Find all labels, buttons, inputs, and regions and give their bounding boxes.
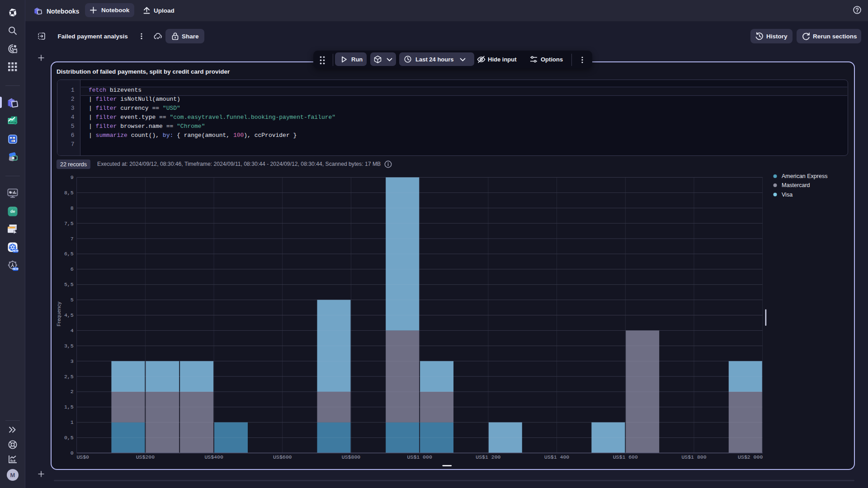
svg-text:US$600: US$600: [273, 454, 292, 460]
svg-text:4,5: 4,5: [64, 312, 74, 318]
svg-text:8,5: 8,5: [64, 190, 74, 196]
svg-text:US$1 400: US$1 400: [544, 454, 569, 460]
svg-text:7: 7: [71, 236, 74, 242]
svg-text:NEW: NEW: [13, 267, 19, 270]
svg-text:8: 8: [71, 205, 74, 211]
svg-text:6: 6: [71, 266, 74, 272]
svg-text:Frequency: Frequency: [56, 302, 61, 327]
svg-text:9: 9: [71, 174, 74, 180]
svg-text:US$1 000: US$1 000: [407, 454, 432, 460]
svg-text:US$800: US$800: [342, 454, 361, 460]
svg-text:Visa: Visa: [782, 192, 793, 198]
svg-text:NEW: NEW: [13, 249, 19, 252]
svg-text:1: 1: [71, 419, 74, 425]
svg-text:US$400: US$400: [204, 454, 223, 460]
svg-text:5: 5: [71, 297, 74, 303]
svg-text:3,5: 3,5: [64, 343, 74, 349]
svg-text:0,5: 0,5: [64, 435, 74, 441]
svg-text:0: 0: [71, 450, 74, 456]
svg-text:5,5: 5,5: [64, 282, 74, 287]
svg-text:US$1 800: US$1 800: [681, 454, 706, 460]
svg-text:US$0: US$0: [76, 454, 89, 460]
svg-text:1,5: 1,5: [64, 404, 74, 410]
svg-text:American Express: American Express: [782, 173, 827, 179]
svg-text:US$1 600: US$1 600: [613, 454, 638, 460]
svg-text:3: 3: [71, 358, 74, 364]
svg-text:US$200: US$200: [136, 454, 155, 460]
svg-text:US$1 200: US$1 200: [476, 454, 500, 460]
svg-text:Mastercard: Mastercard: [782, 182, 810, 188]
svg-text:de: de: [10, 209, 15, 214]
svg-text:7,5: 7,5: [64, 221, 74, 226]
svg-text:US$2 000: US$2 000: [738, 454, 763, 460]
svg-text:2,5: 2,5: [64, 374, 74, 380]
svg-text:6,5: 6,5: [64, 251, 74, 257]
svg-text:4: 4: [71, 328, 74, 333]
svg-text:2: 2: [71, 389, 74, 394]
